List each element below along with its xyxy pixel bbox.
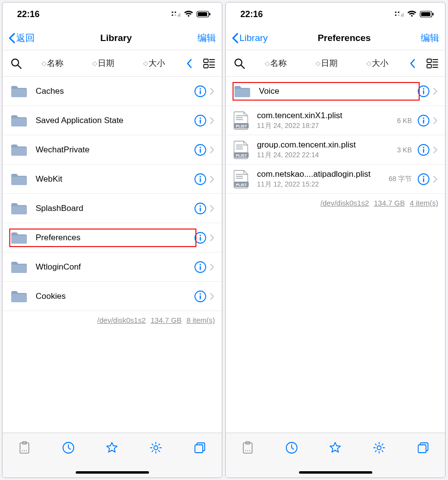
info-button[interactable] <box>193 114 207 127</box>
sort-bar: ◇名称 ◇日期 ◇大小 <box>2 50 222 77</box>
chevron-left-icon <box>187 59 192 68</box>
gear-icon <box>372 441 386 455</box>
list-item[interactable]: WechatPrivate <box>2 135 222 165</box>
sort-size[interactable]: ◇大小 <box>130 58 179 69</box>
home-indicator[interactable] <box>76 471 149 474</box>
item-name: Voice <box>259 86 417 96</box>
info-button[interactable] <box>193 290 207 303</box>
info-button[interactable] <box>417 114 430 127</box>
tab-clipboard[interactable] <box>15 441 34 455</box>
search-icon <box>234 58 245 69</box>
item-name: Cookies <box>36 292 193 301</box>
svg-point-50 <box>395 11 396 13</box>
info-button[interactable] <box>193 143 207 157</box>
list-item[interactable]: Preferences <box>2 223 222 252</box>
updown-icon: ◇ <box>143 60 147 67</box>
summary-count: 8 item(s) <box>187 316 215 324</box>
updown-icon: ◇ <box>265 60 268 67</box>
collapse-button[interactable] <box>404 59 422 68</box>
info-button[interactable] <box>193 172 207 186</box>
svg-rect-77 <box>423 120 424 124</box>
item-name: com.tencent.xinX1.plist <box>257 111 397 121</box>
tab-settings[interactable] <box>369 441 389 455</box>
chevron-right-icon <box>430 175 440 183</box>
list-item[interactable]: SplashBoard <box>2 194 222 223</box>
list-item[interactable]: Voice <box>226 77 445 106</box>
edit-button[interactable]: 编辑 <box>421 32 439 44</box>
svg-rect-28 <box>200 178 201 182</box>
info-button[interactable] <box>193 260 207 274</box>
back-button[interactable]: Library <box>232 33 268 43</box>
search-button[interactable] <box>230 58 249 69</box>
sort-size[interactable]: ◇大小 <box>353 58 402 69</box>
clipboard-icon <box>241 441 255 455</box>
svg-point-53 <box>398 14 399 16</box>
file-list[interactable]: CachesSaved Application StateWechatPriva… <box>2 77 222 433</box>
view-toggle[interactable] <box>424 58 441 69</box>
chevron-right-icon <box>430 117 440 125</box>
view-toggle[interactable] <box>200 58 218 69</box>
sort-date[interactable]: ◇日期 <box>79 58 128 69</box>
svg-rect-54 <box>401 15 402 17</box>
dots-icon <box>394 11 404 18</box>
folder-icon <box>234 84 252 99</box>
info-button[interactable] <box>417 172 430 186</box>
list-item[interactable]: WebKit <box>2 165 222 194</box>
tab-recent[interactable] <box>59 441 78 455</box>
list-item[interactable]: Saved Application State <box>2 106 222 135</box>
info-button[interactable] <box>193 231 207 245</box>
home-indicator[interactable] <box>299 471 372 474</box>
tab-favorites[interactable] <box>102 441 122 455</box>
sort-name[interactable]: ◇名称 <box>28 58 77 69</box>
svg-point-9 <box>12 59 19 66</box>
tab-settings[interactable] <box>146 441 166 455</box>
phone-left: 22:16 返回 Library 编辑 ◇名称 ◇日期 ◇大小 CachesSa… <box>2 2 222 478</box>
back-button[interactable]: 返回 <box>8 32 35 44</box>
clipboard-icon <box>18 441 31 455</box>
list-item[interactable]: Caches <box>2 77 222 106</box>
svg-point-43 <box>22 450 23 451</box>
info-button[interactable] <box>417 143 430 157</box>
tab-favorites[interactable] <box>325 441 345 455</box>
list-item[interactable]: Cookies <box>2 282 222 311</box>
summary-disk: /dev/disk0s1s2 <box>97 316 146 324</box>
svg-rect-22 <box>200 120 201 124</box>
sort-name[interactable]: ◇名称 <box>251 58 300 69</box>
folder-icon <box>10 201 29 216</box>
search-button[interactable] <box>6 58 26 69</box>
star-icon <box>328 441 342 455</box>
status-bar: 22:16 <box>226 2 445 26</box>
tab-clipboard[interactable] <box>238 441 257 455</box>
tab-windows[interactable] <box>190 441 210 455</box>
info-button[interactable] <box>193 84 207 98</box>
sort-date[interactable]: ◇日期 <box>302 58 351 69</box>
svg-point-92 <box>423 176 425 177</box>
svg-rect-37 <box>200 266 201 270</box>
svg-rect-40 <box>200 295 201 299</box>
file-list[interactable]: VoicePLISTcom.tencent.xinX1.plist11月 24,… <box>226 77 445 433</box>
grid-icon <box>427 58 438 69</box>
svg-point-59 <box>235 59 242 66</box>
info-button[interactable] <box>193 202 207 215</box>
tab-windows[interactable] <box>413 441 433 455</box>
svg-point-84 <box>423 146 425 148</box>
item-date: 11月 12, 2022 15:22 <box>257 180 389 189</box>
svg-point-76 <box>423 117 425 119</box>
list-item[interactable]: PLISTgroup.com.tencent.xin.plist11月 24, … <box>226 135 445 165</box>
list-item[interactable]: PLISTcom.tencent.xinX1.plist11月 24, 2022… <box>226 106 445 135</box>
info-button[interactable] <box>417 84 430 98</box>
svg-line-60 <box>241 65 244 68</box>
plist-icon: PLIST <box>234 111 250 130</box>
list-item[interactable]: PLISTcom.netskao....atipadlogin.plist11月… <box>226 165 445 194</box>
list-item[interactable]: WtloginConf <box>2 252 222 282</box>
status-bar: 22:16 <box>2 2 222 26</box>
back-label: 返回 <box>16 32 35 44</box>
chevron-right-icon <box>207 146 217 154</box>
svg-point-52 <box>395 14 396 16</box>
collapse-button[interactable] <box>181 59 198 68</box>
tab-recent[interactable] <box>282 441 301 455</box>
svg-rect-72 <box>236 119 243 120</box>
edit-button[interactable]: 编辑 <box>197 32 216 44</box>
svg-point-27 <box>200 176 201 177</box>
svg-rect-4 <box>178 15 179 17</box>
